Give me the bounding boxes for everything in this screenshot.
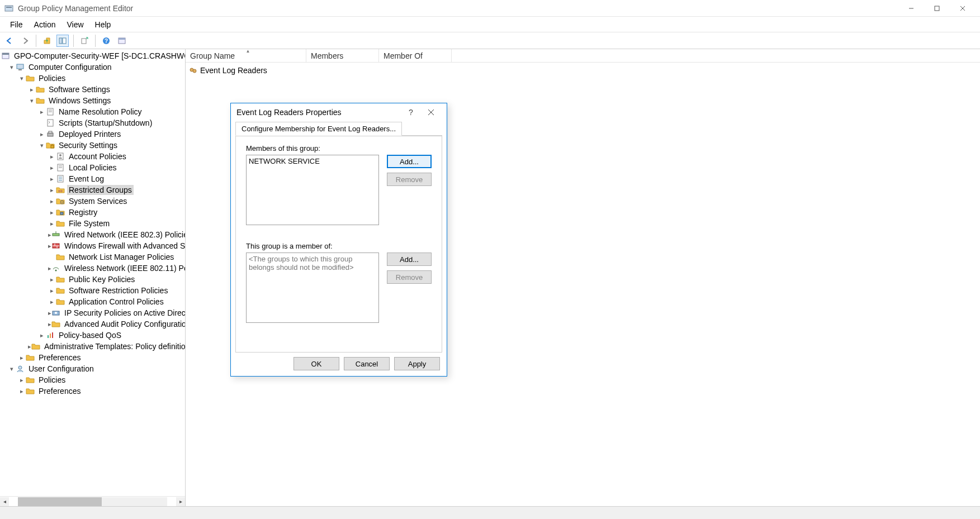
svg-rect-15	[17, 64, 23, 69]
chevron-right-icon[interactable]: ▸	[18, 354, 26, 361]
chevron-down-icon[interactable]: ▾	[28, 97, 36, 104]
eventlog-icon	[56, 174, 65, 183]
tree-local-policies[interactable]: ▸ Local Policies	[0, 162, 185, 173]
add-member-button[interactable]: Add...	[387, 155, 432, 168]
dialog-body: Members of this group: NETWORK SERVICE A…	[235, 136, 442, 353]
tree-wireless-network[interactable]: ▸ Wireless Network (IEEE 802.11) Polic	[0, 263, 185, 274]
menu-action[interactable]: Action	[29, 18, 61, 31]
chevron-right-icon[interactable]: ▸	[48, 209, 56, 216]
menu-file[interactable]: File	[4, 18, 29, 31]
minimize-button[interactable]	[898, 0, 924, 17]
chevron-right-icon[interactable]: ▸	[48, 187, 56, 194]
show-hide-tree-button[interactable]	[56, 35, 69, 47]
status-bar	[0, 507, 980, 519]
svg-rect-14	[2, 53, 9, 55]
tab-configure-membership[interactable]: Configure Membership for Event Log Reade…	[235, 122, 402, 136]
help-icon[interactable]: ?	[401, 104, 421, 120]
forward-button[interactable]	[19, 35, 31, 47]
members-listbox[interactable]: NETWORK SERVICE	[246, 155, 379, 225]
apply-button[interactable]: Apply	[394, 357, 440, 370]
tree-policies[interactable]: ▾ Policies	[0, 73, 185, 84]
menu-view[interactable]: View	[61, 18, 89, 31]
column-group-name[interactable]: Group Name ▲	[186, 49, 306, 62]
tree-admin-templates[interactable]: ▸ Administrative Templates: Policy defin…	[0, 341, 185, 352]
tree-scripts[interactable]: Scripts (Startup/Shutdown)	[0, 117, 185, 128]
tree-root[interactable]: GPO-Computer-Security-WEF [S-DC1.CRASHWO…	[0, 50, 185, 61]
tree-app-control[interactable]: ▸ Application Control Policies	[0, 296, 185, 307]
svg-rect-49	[52, 332, 53, 338]
tree-wired-network[interactable]: ▸ Wired Network (IEEE 802.3) Policies	[0, 229, 185, 240]
member-item[interactable]: NETWORK SERVICE	[249, 157, 376, 165]
list-item[interactable]: Event Log Readers	[189, 65, 977, 76]
chevron-down-icon[interactable]: ▾	[8, 365, 16, 373]
close-button[interactable]	[950, 0, 976, 17]
tree-name-resolution[interactable]: ▸ Name Resolution Policy	[0, 106, 185, 117]
tree-system-services[interactable]: ▸ System Services	[0, 196, 185, 207]
column-member-of[interactable]: Member Of	[379, 49, 452, 62]
column-members[interactable]: Members	[306, 49, 379, 62]
chevron-right-icon[interactable]: ▸	[48, 298, 56, 306]
tree-event-log[interactable]: ▸ Event Log	[0, 173, 185, 184]
tree-qos[interactable]: ▸ Policy-based QoS	[0, 330, 185, 341]
chevron-down-icon[interactable]: ▾	[18, 75, 26, 82]
tree-registry[interactable]: ▸ Registry	[0, 207, 185, 218]
dialog-button-row: OK Cancel Apply	[231, 353, 447, 376]
back-button[interactable]	[3, 35, 16, 47]
scroll-right-icon[interactable]: ▸	[176, 497, 185, 506]
chevron-right-icon[interactable]: ▸	[48, 287, 56, 294]
export-button[interactable]	[78, 35, 91, 47]
maximize-button[interactable]	[924, 0, 950, 17]
tree-security-settings[interactable]: ▾ Security Settings	[0, 140, 185, 151]
chevron-right-icon[interactable]: ▸	[48, 153, 56, 160]
dialog-titlebar[interactable]: Event Log Readers Properties ?	[231, 103, 447, 121]
tree-user-preferences[interactable]: ▸ Preferences	[0, 385, 185, 397]
remove-memberof-button[interactable]: Remove	[387, 270, 432, 284]
tree-hscrollbar[interactable]: ◂ ▸	[0, 496, 185, 506]
tree-preferences[interactable]: ▸ Preferences	[0, 352, 185, 363]
chevron-right-icon[interactable]: ▸	[48, 164, 56, 172]
folder-icon	[51, 320, 60, 328]
tree-user-policies[interactable]: ▸ Policies	[0, 374, 185, 385]
tree-network-list[interactable]: Network List Manager Policies	[0, 251, 185, 263]
tree-body[interactable]: GPO-Computer-Security-WEF [S-DC1.CRASHWO…	[0, 49, 185, 496]
add-memberof-button[interactable]: Add...	[387, 253, 432, 266]
cancel-button[interactable]: Cancel	[344, 357, 390, 370]
refresh-button[interactable]	[116, 35, 128, 47]
chevron-right-icon[interactable]: ▸	[38, 108, 46, 116]
menu-help[interactable]: Help	[89, 18, 117, 31]
chevron-right-icon[interactable]: ▸	[48, 175, 56, 183]
chevron-right-icon[interactable]: ▸	[48, 220, 56, 227]
chevron-right-icon[interactable]: ▸	[18, 388, 26, 395]
chevron-right-icon[interactable]: ▸	[18, 377, 26, 384]
up-button[interactable]	[41, 35, 53, 47]
tree-deployed-printers[interactable]: ▸ Deployed Printers	[0, 128, 185, 140]
tree-windows-settings[interactable]: ▾ Windows Settings	[0, 95, 185, 106]
chevron-right-icon[interactable]: ▸	[48, 276, 56, 283]
svg-rect-38	[53, 234, 59, 236]
tree-adv-audit[interactable]: ▸ Advanced Audit Policy Configuratio	[0, 318, 185, 330]
tree-firewall[interactable]: ▸ Windows Firewall with Advanced Se	[0, 240, 185, 251]
tree-computer-config[interactable]: ▾ Computer Configuration	[0, 61, 185, 73]
tree-ipsec[interactable]: ▸ IP Security Policies on Active Direct	[0, 307, 185, 318]
scroll-left-icon[interactable]: ◂	[0, 497, 9, 506]
tree-file-system[interactable]: ▸ File System	[0, 218, 185, 229]
chevron-right-icon[interactable]: ▸	[38, 131, 46, 138]
user-icon	[16, 364, 25, 373]
tree-software-settings[interactable]: ▸ Software Settings	[0, 84, 185, 95]
tree-user-config[interactable]: ▾ User Configuration	[0, 363, 185, 374]
tree-public-key[interactable]: ▸ Public Key Policies	[0, 274, 185, 285]
scroll-thumb[interactable]	[18, 497, 102, 506]
chevron-down-icon[interactable]: ▾	[38, 142, 46, 149]
tree-software-restriction[interactable]: ▸ Software Restriction Policies	[0, 285, 185, 296]
chevron-right-icon[interactable]: ▸	[28, 86, 36, 93]
tree-account-policies[interactable]: ▸ Account Policies	[0, 151, 185, 162]
close-icon[interactable]	[421, 104, 441, 120]
remove-member-button[interactable]: Remove	[387, 173, 432, 186]
memberof-listbox[interactable]: <The groups to which this group belongs …	[246, 253, 379, 323]
tree-restricted-groups[interactable]: ▸ Restricted Groups	[0, 184, 185, 196]
ok-button[interactable]: OK	[293, 357, 339, 370]
chevron-right-icon[interactable]: ▸	[48, 198, 56, 205]
chevron-right-icon[interactable]: ▸	[38, 332, 46, 339]
chevron-down-icon[interactable]: ▾	[8, 64, 16, 71]
help-button[interactable]: ?	[100, 35, 112, 47]
